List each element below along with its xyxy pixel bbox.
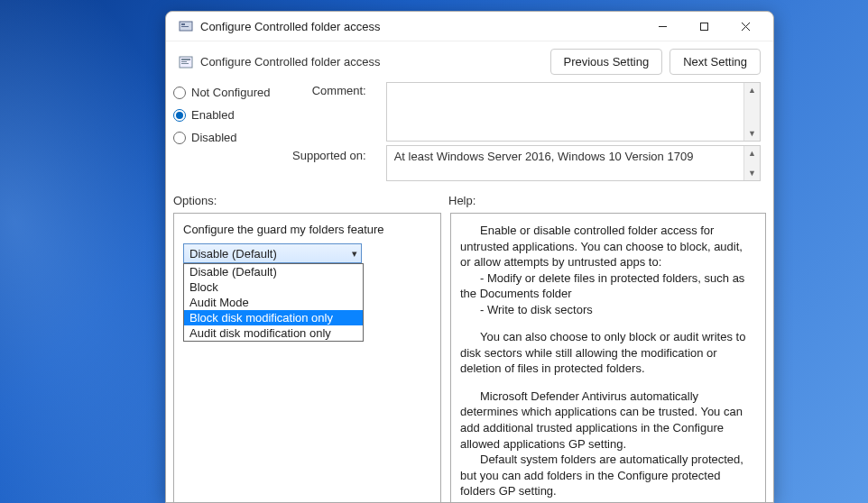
radio-label: Disabled [191, 131, 237, 144]
field-labels: Comment: Supported on: [292, 82, 366, 181]
dropdown-option-audit[interactable]: Audit Mode [184, 295, 363, 310]
field-values: ▲ ▼ At least Windows Server 2016, Window… [377, 82, 761, 181]
scroll-down-icon[interactable]: ▼ [744, 126, 760, 141]
radio-disabled[interactable]: Disabled [173, 131, 282, 144]
supported-value: At least Windows Server 2016, Windows 10… [394, 150, 694, 163]
help-line: - Write to disk sectors [460, 302, 756, 318]
help-paragraph: Default system folders are automatically… [460, 452, 756, 499]
gpo-editor-window: Configure Controlled folder access Confi… [165, 11, 774, 503]
guard-folders-dropdown[interactable]: Disable (Default) [183, 243, 362, 263]
svg-rect-8 [181, 59, 190, 60]
window-title: Configure Controlled folder access [200, 20, 642, 33]
dropdown-option-audit-disk[interactable]: Audit disk modification only [184, 325, 363, 341]
panels: Configure the guard my folders feature D… [166, 213, 773, 503]
options-label: Options: [173, 194, 448, 207]
help-line: - Modify or delete files in protected fo… [460, 270, 756, 302]
svg-rect-2 [181, 26, 189, 27]
radio-icon [173, 132, 186, 144]
dropdown-option-block-disk[interactable]: Block disk modification only [184, 310, 363, 325]
radio-not-configured[interactable]: Not Configured [173, 86, 282, 99]
dropdown-option-block[interactable]: Block [184, 279, 363, 295]
feature-label: Configure the guard my folders feature [183, 223, 431, 236]
radio-label: Not Configured [191, 86, 270, 99]
setting-header: Configure Controlled folder access Previ… [166, 41, 773, 82]
help-paragraph: Microsoft Defender Antivirus automatical… [460, 389, 756, 452]
maximize-button[interactable] [683, 12, 725, 41]
help-paragraph: Enable or disable controlled folder acce… [460, 223, 756, 270]
svg-rect-10 [181, 63, 189, 64]
setting-title: Configure Controlled folder access [200, 55, 543, 69]
supported-on-text: At least Windows Server 2016, Windows 10… [386, 145, 761, 181]
radio-icon [173, 87, 186, 99]
minimize-button[interactable] [642, 12, 683, 41]
next-setting-button[interactable]: Next Setting [669, 49, 761, 75]
setting-icon [179, 55, 193, 69]
svg-rect-4 [700, 23, 707, 30]
dropdown-option-disable[interactable]: Disable (Default) [184, 264, 363, 279]
scroll-down-icon[interactable]: ▼ [744, 166, 760, 180]
section-labels: Options: Help: [166, 181, 773, 213]
options-panel: Configure the guard my folders feature D… [173, 213, 441, 503]
scroll-up-icon[interactable]: ▲ [744, 146, 760, 160]
policy-icon [179, 19, 193, 33]
svg-rect-1 [181, 23, 185, 25]
comment-textarea[interactable]: ▲ ▼ [386, 82, 761, 142]
help-panel: Enable or disable controlled folder acce… [450, 213, 766, 503]
comment-label: Comment: [292, 82, 366, 145]
close-button[interactable] [725, 12, 766, 41]
state-radios: Not Configured Enabled Disabled [173, 82, 282, 181]
titlebar: Configure Controlled folder access [166, 12, 773, 41]
dropdown-value: Disable (Default) [189, 247, 277, 261]
help-label: Help: [448, 194, 476, 207]
supported-label: Supported on: [292, 145, 366, 162]
scrollbar[interactable]: ▲ ▼ [743, 146, 760, 180]
svg-rect-9 [181, 61, 187, 62]
radio-label: Enabled [191, 108, 235, 122]
scroll-up-icon[interactable]: ▲ [744, 83, 760, 97]
config-row: Not Configured Enabled Disabled Comment:… [166, 82, 773, 181]
previous-setting-button[interactable]: Previous Setting [550, 49, 663, 75]
help-paragraph: You can also choose to only block or aud… [460, 329, 756, 377]
dropdown-list: Disable (Default) Block Audit Mode Block… [183, 263, 364, 342]
radio-enabled[interactable]: Enabled [173, 108, 282, 122]
scrollbar[interactable]: ▲ ▼ [743, 83, 760, 141]
radio-icon [173, 109, 186, 122]
